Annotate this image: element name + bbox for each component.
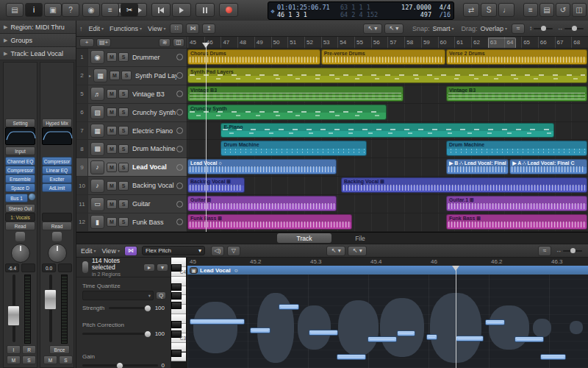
fader-cap[interactable] [44,289,57,310]
track-header-vintage-b3[interactable]: 5♬MSVintage B3 [76,85,187,104]
flex-pitch-note[interactable] [250,328,270,333]
track-header-backing-vocal[interactable]: 10♪MSBacking Vocal [76,177,187,195]
catch-playhead-button[interactable]: ↥ [202,24,215,34]
region-lead-vocal[interactable]: Lead Vocal ○ [187,159,337,174]
slider-thumb[interactable] [541,26,546,31]
setting-button[interactable]: Setting [5,118,35,127]
track-header-guitar[interactable]: 11▭MSGuitar [76,195,187,213]
group-slot[interactable] [42,213,72,222]
show-flex-button[interactable]: ⋈ [124,246,137,256]
plugin-slot[interactable]: AdLimit [42,183,72,192]
flex-pitch-note[interactable] [309,330,338,336]
flex-pitch-note[interactable] [368,336,397,342]
solo-button[interactable]: S [118,217,129,227]
mixer-button[interactable]: ≡ [101,3,119,17]
flex-button[interactable]: ⋈ [186,24,199,34]
region-funk-bass[interactable]: Funk Bass ⊞ [187,214,352,230]
track-header-drummer[interactable]: 1◉MSDrummer [76,49,187,67]
slider-thumb[interactable] [144,305,151,312]
editor-tab-file[interactable]: File [333,233,387,243]
region-crunchy-synth[interactable]: Crunchy Synth [187,105,387,120]
region-vintage-b3[interactable]: Vintage B3 [187,86,404,102]
drag-select[interactable]: Overlap▾ [480,25,507,32]
horizontal-zoom-slider[interactable] [564,28,584,29]
track-zoom-button[interactable]: ◫ [173,38,184,47]
solo-button[interactable]: S [118,199,129,209]
editor-horizontal-zoom-slider[interactable] [563,250,582,252]
region-drum-machine[interactable]: Drum Machine [220,141,367,156]
editor-left-click-tool-menu[interactable]: ↖ ▾ [326,246,345,256]
bounce-button[interactable]: Bnce [49,345,70,354]
track-lane-drum-machine[interactable]: Drum MachineDrum Machine [187,140,588,158]
setting-button[interactable]: Hyped Mix [42,118,72,127]
mute-button[interactable]: M [107,181,117,191]
track-lane-electric-piano[interactable]: E-Piano [187,122,588,141]
track-header-funk-bass[interactable]: 12▮MSFunk Bass [76,213,187,232]
volume-readout[interactable]: 0.0 [42,263,56,272]
add-track-button[interactable]: + [79,38,94,47]
track-lane-drummer[interactable]: Chorus DrumsPre-verse DrumsVerse 2 Drums [187,49,588,67]
input-monitor-dot[interactable] [176,54,183,60]
track-header-crunchy-synth[interactable]: 6▧MSCrunchy Synth [76,104,187,122]
strength-slider[interactable] [109,307,151,309]
track-header-electric-piano[interactable]: 7▦MSElectric Piano [76,122,187,141]
region-synth-pad-layers[interactable]: Synth Pad Layers [187,68,587,83]
editor-command-click-tool-menu[interactable]: ↖ ▾ [348,246,367,256]
pitch-correction-slider[interactable] [82,333,151,335]
drums-icon[interactable]: ◉ [90,50,104,64]
track-lane-crunchy-synth[interactable]: Crunchy Synth [187,104,588,122]
editor-view-menu[interactable]: View▾ [102,247,120,255]
slider-thumb[interactable] [116,362,123,368]
playback-settings-button[interactable]: ▸ [143,263,155,272]
region-guitar[interactable]: Guitar ⊞ [187,196,337,211]
track-lane-synth-pad-layers[interactable]: Synth Pad Layers [187,67,588,85]
automation-button[interactable]: Read [5,222,35,230]
send-knob[interactable] [29,194,35,200]
record-button[interactable] [219,3,238,17]
region-lead-vocal-final-co[interactable]: ▶ B ∴ Lead Vocal: Final Co [446,159,509,174]
region-drum-machine[interactable]: Drum Machine [446,141,587,156]
gain-slider[interactable] [82,364,158,367]
plugin-slot[interactable]: Exciter [42,174,72,183]
flex-pitch-note[interactable] [397,330,415,336]
input-monitor-dot[interactable] [176,127,183,134]
eq-thumbnail[interactable] [42,127,72,145]
functions-menu[interactable]: Functions▾ [110,25,142,32]
piano-key-black[interactable] [171,292,182,300]
mute-button[interactable]: M [107,52,117,62]
quick-help-button[interactable]: ? [62,3,79,17]
editor-edit-menu[interactable]: Edit▾ [81,247,96,255]
piano-key-black[interactable] [171,321,182,328]
mute-button[interactable]: M [43,355,57,364]
input-monitor-dot[interactable] [176,91,183,97]
input-monitor-dot[interactable] [176,109,183,116]
mute-button[interactable]: M [107,126,117,135]
piano-icon[interactable]: ▦ [90,124,104,138]
piano-key-black[interactable] [171,283,182,291]
media-browser-button[interactable]: ◫ [572,3,587,17]
solo-button[interactable]: S [118,144,129,154]
editor-playhead-marker[interactable] [452,266,459,271]
region-backing-vocal[interactable]: Backing Vocal ⊞ [341,177,587,193]
flex-pitch-note[interactable] [456,336,484,342]
region-funk-bass[interactable]: Funk Bass ⊞ [446,214,587,230]
input-monitor-dot[interactable] [176,219,183,225]
plugin-slot[interactable]: Space D [5,183,35,192]
region-guitar-1[interactable]: Guitar.1 ⊞ [446,196,587,211]
plugin-slot[interactable]: Compressor [5,166,35,174]
drum-machine-icon[interactable]: ▩ [90,142,104,156]
mic-icon[interactable]: ♪ [90,160,104,174]
track-header-synth-pad-layers[interactable]: 2▸▦MSSynth Pad Layers [76,67,187,85]
prelisten-button[interactable]: ◁) [211,246,224,256]
solo-button[interactable]: S [118,126,129,135]
mute-button[interactable]: M [107,199,117,209]
flex-pitch-note[interactable] [337,354,366,360]
inspector-button[interactable]: i [25,3,43,17]
solo-button[interactable]: S [118,107,129,117]
input-monitor-dot[interactable] [176,201,183,208]
fader-cap[interactable] [7,305,20,326]
play-button[interactable] [172,3,191,17]
midi-in-button[interactable]: ▽ [227,246,240,256]
track-sort-button[interactable]: ≋ [159,38,171,47]
synth-icon[interactable]: ▧ [90,105,104,119]
